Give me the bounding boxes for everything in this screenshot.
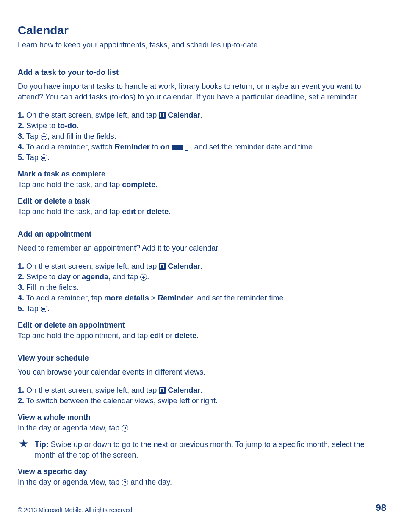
step-bold: to-do (58, 121, 77, 130)
step-num: 5. (18, 304, 24, 313)
step-bold: Calendar (168, 386, 200, 394)
step-2: 2. Swipe to day or agenda, and tap . (18, 272, 386, 282)
step-mid2: , and tap (108, 273, 140, 281)
step-bold: Calendar (168, 262, 200, 270)
sub-view-day: View a specific day In the day or agenda… (18, 466, 386, 488)
sub-heading: View a whole month (18, 412, 386, 423)
sub-suffix: . (155, 180, 158, 189)
steps-add-appointment: 1. On the start screen, swipe left, and … (18, 261, 386, 314)
sub-heading: Edit or delete an appointment (18, 320, 386, 331)
steps-add-task: 1. On the start screen, swipe left, and … (18, 110, 386, 163)
sub-heading: Edit or delete a task (18, 196, 386, 207)
calendar-icon (159, 263, 166, 270)
step-3: 3. Tap , and fill in the fields. (18, 131, 386, 142)
sub-text-part: In the day or agenda view, tap (18, 424, 122, 432)
sub-suffix: . (128, 424, 130, 432)
tip-text: Tip: Swipe up or down to go to the next … (35, 439, 386, 460)
step-text: To add a reminder, tap (24, 294, 104, 302)
step-bold: Reminder (115, 143, 150, 151)
step-num: 2. (18, 397, 24, 405)
step-num: 5. (18, 153, 24, 162)
step-bold: Reminder (158, 294, 193, 302)
step-bold: more details (104, 294, 149, 302)
step-1: 1. On the start screen, swipe left, and … (18, 110, 386, 121)
step-mid: or (71, 273, 82, 281)
heading-add-task: Add a task to your to-do list (18, 67, 386, 78)
sub-mid: or (136, 207, 147, 216)
step-suffix: , and fill in the fields. (47, 132, 116, 141)
step-4: 4. To add a reminder, switch Reminder to… (18, 142, 386, 152)
page: Calendar Learn how to keep your appointm… (0, 0, 404, 532)
step-suffix: . (47, 304, 50, 313)
sub-mid: or (163, 331, 174, 340)
sub-view-month: View a whole month In the day or agenda … (18, 412, 386, 433)
step-suffix: . (147, 273, 149, 281)
step-suffix: . (47, 153, 50, 162)
step-suffix: . (200, 111, 202, 119)
step-text: Swipe to (24, 121, 58, 130)
step-num: 1. (18, 386, 24, 394)
toggle-icon (172, 144, 188, 151)
page-number: 98 (376, 502, 386, 513)
step-text: Swipe to (24, 273, 58, 281)
steps-view-schedule: 1. On the start screen, swipe left, and … (18, 385, 386, 406)
sub-text-part: In the day or agenda view, tap (18, 478, 122, 486)
month-icon (122, 425, 128, 432)
save-icon (41, 306, 47, 312)
heading-add-appointment: Add an appointment (18, 229, 386, 240)
step-mid: > (149, 294, 158, 302)
step-num: 1. (18, 111, 24, 119)
sub-suffix: . (196, 331, 199, 340)
step-text: On the start screen, swipe left, and tap (24, 262, 159, 270)
step-text: Tap (24, 304, 41, 313)
sub-text: Tap and hold the task, and tap complete. (18, 179, 386, 190)
step-5: 5. Tap . (18, 152, 386, 163)
step-bold: on (160, 143, 170, 151)
intro-text: Learn how to keep your appointments, tas… (18, 40, 386, 50)
sub-mark-complete: Mark a task as complete Tap and hold the… (18, 169, 386, 190)
sub-edit-delete-appointment: Edit or delete an appointment Tap and ho… (18, 320, 386, 341)
plus-icon (140, 274, 147, 281)
calendar-icon (159, 387, 166, 394)
sub-text: In the day or agenda view, tap . (18, 423, 386, 433)
sub-heading: View a specific day (18, 466, 386, 477)
sub-bold: complete (122, 180, 155, 189)
plus-icon (41, 133, 47, 140)
step-num: 3. (18, 132, 24, 141)
tip-label: Tip: (35, 440, 49, 449)
step-5: 5. Tap . (18, 303, 386, 314)
step-1: 1. On the start screen, swipe left, and … (18, 261, 386, 272)
step-suffix: , and set the reminder date and time. (188, 143, 315, 151)
sub-text-part: Tap and hold the appointment, and tap (18, 331, 150, 340)
step-bold: day (58, 273, 71, 281)
sub-text-part: Tap and hold the task, and tap (18, 180, 122, 189)
calendar-icon (159, 112, 166, 119)
step-text: On the start screen, swipe left, and tap (24, 111, 159, 119)
step-num: 1. (18, 262, 24, 270)
step-num: 3. (18, 283, 24, 292)
step-bold: agenda (82, 273, 108, 281)
sub-edit-delete-task: Edit or delete a task Tap and hold the t… (18, 196, 386, 217)
step-2: 2. Swipe to to-do. (18, 121, 386, 131)
save-icon (41, 154, 47, 161)
step-2: 2. To switch between the calendar views,… (18, 396, 386, 406)
step-text: Tap (24, 153, 41, 162)
step-mid: to (150, 143, 160, 151)
step-suffix: , and set the reminder time. (193, 294, 285, 302)
month-icon (122, 479, 128, 486)
heading-view-schedule: View your schedule (18, 353, 386, 364)
lead-add-task: Do you have important tasks to handle at… (18, 81, 386, 102)
step-suffix: . (200, 386, 202, 394)
sub-bold: edit (150, 331, 163, 340)
step-num: 4. (18, 143, 24, 151)
star-icon: ★ (18, 439, 29, 460)
sub-heading: Mark a task as complete (18, 169, 386, 179)
sub-text: Tap and hold the appointment, and tap ed… (18, 331, 386, 341)
step-text: To switch between the calendar views, sw… (24, 397, 218, 405)
copyright-text: © 2013 Microsoft Mobile. All rights rese… (18, 507, 134, 513)
step-suffix: . (200, 262, 202, 270)
sub-text-part: Tap and hold the task, and tap (18, 207, 122, 216)
lead-add-appointment: Need to remember an appointment? Add it … (18, 243, 386, 254)
step-bold: Calendar (168, 111, 200, 119)
step-4: 4. To add a reminder, tap more details >… (18, 293, 386, 303)
